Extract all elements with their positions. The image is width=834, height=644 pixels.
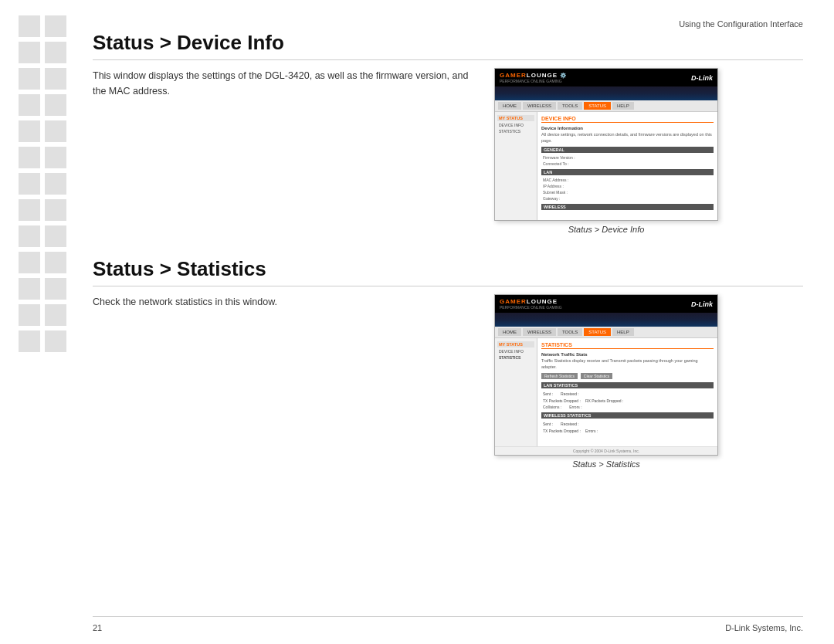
mini-stats-buttons: Refresh Statistics Clear Statistics	[541, 373, 714, 379]
mini-lan-stats-row1: Sent : Received :	[541, 390, 714, 398]
mini-mac-row: MAC Address :	[541, 177, 714, 183]
mini-firmware-row: Firmware Version :	[541, 154, 714, 161]
mini-logo-area: GAMERLOUNGE ⚙️ PERFORMANCE ONLINE GAMING	[500, 72, 568, 83]
section-statistics: Status > Statistics Check the network st…	[93, 257, 803, 469]
mini-nav-wireless-stats: WIRELESS	[523, 328, 556, 336]
mini-device-info-subtitle: Device Information	[541, 126, 714, 130]
mini-main-stats: STATISTICS Network Traffic Stats Traffic…	[537, 338, 717, 446]
mini-nav-help: HELP	[612, 102, 634, 110]
mini-nav-status-stats: STATUS	[584, 328, 611, 336]
mini-device-info-desc: All device settings, network connection …	[541, 132, 714, 144]
mini-nav-home: HOME	[498, 102, 521, 110]
mini-nav: HOME WIRELESS TOOLS STATUS HELP	[495, 100, 717, 112]
breadcrumb: Using the Configuration Interface	[679, 19, 803, 29]
mini-sidebar-device-info: DEVICE INFO	[497, 122, 534, 128]
mini-wireless-stats-row1: Sent : Received :	[541, 420, 714, 428]
mini-nav-tools: TOOLS	[558, 102, 582, 110]
sidebar-pair	[19, 42, 66, 63]
mini-sidebar-device-info-stats: DEVICE INFO	[497, 348, 534, 354]
sidebar-pair	[19, 278, 66, 300]
mini-dlink-stats: D-Link	[691, 300, 713, 308]
mini-copyright: Copyright © 2004 D-Link Systems, Inc.	[495, 446, 717, 455]
mini-nav-wireless: WIRELESS	[523, 102, 556, 110]
mini-page-title: DEVICE INFO	[541, 116, 714, 123]
mini-wireless-stats-label: WIRELESS STATISTICS	[541, 412, 714, 419]
mini-gateway-row: Gateway :	[541, 195, 714, 202]
mini-logo-sub: PERFORMANCE ONLINE GAMING	[500, 79, 568, 83]
footer-company: D-Link Systems, Inc.	[725, 623, 803, 632]
mini-clear-btn: Clear Statistics	[581, 373, 612, 379]
mini-nav-status: STATUS	[584, 102, 611, 110]
mini-stats-title: STATISTICS	[541, 342, 714, 349]
sidebar-decoration	[0, 0, 85, 644]
mini-wireless-label: WIRELESS	[541, 204, 714, 210]
sidebar-pair	[19, 252, 66, 273]
mini-sidebar-section-stats: MY STATUS	[497, 341, 534, 347]
mini-sidebar-section: MY STATUS	[497, 115, 534, 121]
mini-sidebar: MY STATUS DEVICE INFO STATISTICS	[495, 112, 537, 220]
screenshot-container-statistics: GAMERLOUNGE PERFORMANCE ONLINE GAMING D-…	[494, 294, 718, 469]
caption-statistics: Status > Statistics	[572, 459, 640, 469]
section-body-statistics: Check the network statistics in this win…	[93, 294, 803, 469]
footer-page-number: 21	[93, 623, 102, 632]
sidebar-pair	[19, 94, 66, 116]
sidebar-pair	[19, 120, 66, 142]
sidebar-pair	[19, 330, 66, 352]
mini-subnet-row: Subnet Mask :	[541, 189, 714, 195]
mini-body-stats: MY STATUS DEVICE INFO STATISTICS STATIST…	[495, 338, 717, 446]
section-device-info: Status > Device Info This window display…	[93, 31, 803, 234]
sidebar-pair	[19, 147, 66, 168]
mini-logo-stats: GAMERLOUNGE	[500, 298, 562, 305]
mini-sidebar-stats: MY STATUS DEVICE INFO STATISTICS	[495, 338, 537, 446]
mini-logo-area-stats: GAMERLOUNGE PERFORMANCE ONLINE GAMING	[500, 298, 562, 310]
mini-banner-stats	[495, 313, 717, 327]
sidebar-pair	[19, 225, 66, 247]
footer: 21 D-Link Systems, Inc.	[93, 616, 803, 632]
mini-main-device-info: DEVICE INFO Device Information All devic…	[537, 112, 717, 220]
mini-nav-tools-stats: TOOLS	[558, 328, 582, 336]
screenshot-container-device-info: GAMERLOUNGE ⚙️ PERFORMANCE ONLINE GAMING…	[494, 68, 718, 234]
mini-wireless-stats-row2: TX Packets Dropped : Errors :	[541, 428, 714, 434]
mini-stats-subtitle: Network Traffic Stats	[541, 352, 714, 357]
sidebar-pair	[19, 199, 66, 221]
mini-header: GAMERLOUNGE ⚙️ PERFORMANCE ONLINE GAMING…	[495, 69, 717, 86]
mini-lan-stats-row3: Collisions : Errors :	[541, 404, 714, 410]
sidebar-pair	[19, 68, 66, 90]
mini-header-stats: GAMERLOUNGE PERFORMANCE ONLINE GAMING D-…	[495, 295, 717, 313]
section-title-statistics: Status > Statistics	[93, 257, 803, 286]
mini-lan-stats-row2: TX Packets Dropped : RX Packets Dropped …	[541, 398, 714, 404]
mini-nav-home-stats: HOME	[498, 328, 521, 336]
mini-ip-row: IP Address :	[541, 183, 714, 189]
sidebar-pair	[19, 15, 66, 37]
screenshot-device-info: GAMERLOUNGE ⚙️ PERFORMANCE ONLINE GAMING…	[494, 68, 718, 221]
mini-refresh-btn: Refresh Statistics	[541, 373, 578, 379]
sidebar-pair	[19, 173, 66, 195]
mini-logo-sub-stats: PERFORMANCE ONLINE GAMING	[500, 305, 562, 310]
mini-nav-help-stats: HELP	[612, 328, 634, 336]
mini-nav-stats: HOME WIRELESS TOOLS STATUS HELP	[495, 327, 717, 338]
mini-sidebar-statistics-stats: STATISTICS	[497, 354, 534, 361]
section-text-statistics: Check the network statistics in this win…	[93, 294, 471, 310]
mini-dlink: D-Link	[691, 74, 713, 82]
main-content: Status > Device Info This window display…	[93, 31, 803, 613]
section-body-device-info: This window displays the settings of the…	[93, 68, 803, 234]
sidebar-pair	[19, 304, 66, 326]
mini-lan-stats-label: LAN STATISTICS	[541, 382, 714, 388]
mini-general-label: GENERAL	[541, 147, 714, 153]
mini-logo: GAMERLOUNGE ⚙️	[500, 72, 568, 79]
mini-lan-label: LAN	[541, 169, 714, 175]
mini-sidebar-statistics: STATISTICS	[497, 128, 534, 134]
section-text-device-info: This window displays the settings of the…	[93, 68, 471, 99]
mini-connected-row: Connected To :	[541, 161, 714, 167]
mini-banner	[495, 86, 717, 100]
section-title-device-info: Status > Device Info	[93, 31, 803, 60]
mini-stats-desc: Traffic Statistics display receive and T…	[541, 358, 714, 370]
mini-body-device-info: MY STATUS DEVICE INFO STATISTICS DEVICE …	[495, 112, 717, 220]
caption-device-info: Status > Device Info	[568, 225, 645, 234]
screenshot-statistics: GAMERLOUNGE PERFORMANCE ONLINE GAMING D-…	[494, 294, 718, 456]
